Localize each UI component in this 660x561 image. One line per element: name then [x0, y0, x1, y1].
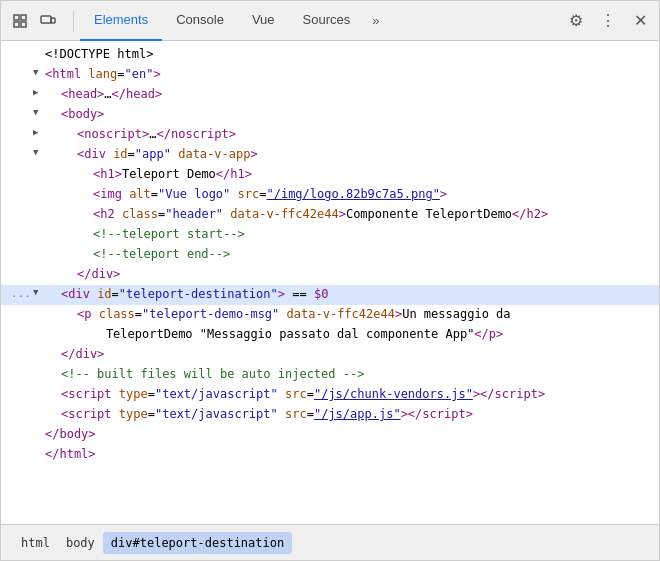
code-line: </div>	[1, 265, 659, 285]
line-content: <body>	[45, 105, 651, 124]
tab-elements[interactable]: Elements	[80, 1, 162, 41]
expand-arrow[interactable]: ▼	[33, 145, 45, 159]
expand-arrow	[33, 165, 45, 179]
tab-vue[interactable]: Vue	[238, 1, 289, 41]
code-line: </html>	[1, 445, 659, 465]
svg-rect-4	[41, 16, 51, 23]
breadcrumb-item[interactable]: body	[58, 532, 103, 554]
toolbar-divider	[73, 10, 74, 32]
code-line: </body>	[1, 425, 659, 445]
expand-arrow	[33, 205, 45, 219]
code-line: <script type="text/javascript" src="/js/…	[1, 405, 659, 425]
line-content: <p class="teleport-demo-msg" data-v-ffc4…	[45, 305, 651, 324]
expand-arrow	[33, 445, 45, 459]
code-line: <!DOCTYPE html>	[1, 45, 659, 65]
toolbar: Elements Console Vue Sources » ⚙ ⋮ ✕	[1, 1, 659, 41]
code-line: ▶<noscript>…</noscript>	[1, 125, 659, 145]
line-content: <h2 class="header" data-v-ffc42e44>Compo…	[45, 205, 651, 224]
expand-arrow	[33, 405, 45, 419]
svg-rect-1	[21, 15, 26, 20]
expand-arrow	[33, 305, 45, 319]
line-content: <!--teleport end-->	[45, 245, 651, 264]
tab-more-button[interactable]: »	[364, 1, 387, 41]
line-content: </div>	[45, 345, 651, 364]
line-content: </body>	[45, 425, 651, 444]
expand-arrow	[33, 385, 45, 399]
line-content: <!--teleport start-->	[45, 225, 651, 244]
svg-rect-5	[51, 18, 55, 23]
svg-rect-0	[14, 15, 19, 20]
code-line: <!--teleport start-->	[1, 225, 659, 245]
code-line: <h2 class="header" data-v-ffc42e44>Compo…	[1, 205, 659, 225]
tab-sources[interactable]: Sources	[289, 1, 365, 41]
code-line: <p class="teleport-demo-msg" data-v-ffc4…	[1, 305, 659, 325]
tabs: Elements Console Vue Sources »	[80, 1, 565, 41]
expand-arrow[interactable]: ▼	[33, 65, 45, 79]
line-content: <img alt="Vue logo" src="/img/logo.82b9c…	[45, 185, 651, 204]
line-content: <!-- built files will be auto injected -…	[45, 365, 651, 384]
responsive-mode-button[interactable]	[37, 10, 59, 32]
inspect-element-button[interactable]	[9, 10, 31, 32]
line-content: <div id="teleport-destination"> == $0	[45, 285, 651, 304]
expand-arrow	[33, 365, 45, 379]
code-line: <!-- built files will be auto injected -…	[1, 365, 659, 385]
tab-console[interactable]: Console	[162, 1, 238, 41]
code-line: </div>	[1, 345, 659, 365]
expand-arrow	[33, 185, 45, 199]
expand-arrow	[33, 245, 45, 259]
expand-arrow[interactable]: ▼	[33, 105, 45, 119]
line-content: <html lang="en">	[45, 65, 651, 84]
breadcrumb-item[interactable]: div#teleport-destination	[103, 532, 292, 554]
code-line: <script type="text/javascript" src="/js/…	[1, 385, 659, 405]
line-content: </div>	[45, 265, 651, 284]
code-line: TeleportDemo "Messaggio passato dal comp…	[1, 325, 659, 345]
expand-arrow	[33, 225, 45, 239]
line-content: </html>	[45, 445, 651, 464]
code-line: ▼<body>	[1, 105, 659, 125]
breadcrumb-bar: htmlbodydiv#teleport-destination	[1, 524, 659, 560]
code-line: <img alt="Vue logo" src="/img/logo.82b9c…	[1, 185, 659, 205]
code-area: <!DOCTYPE html>▼<html lang="en">▶<head>……	[1, 41, 659, 524]
svg-rect-3	[21, 22, 26, 27]
code-line: ▶<head>…</head>	[1, 85, 659, 105]
toolbar-icon-group	[9, 10, 59, 32]
expand-arrow	[33, 45, 45, 59]
line-content: <noscript>…</noscript>	[45, 125, 651, 144]
expand-arrow[interactable]: ▼	[33, 285, 45, 299]
code-line: <h1>Teleport Demo</h1>	[1, 165, 659, 185]
toolbar-right: ⚙ ⋮ ✕	[565, 10, 651, 32]
expand-arrow[interactable]: ▶	[33, 85, 45, 99]
breadcrumb-item[interactable]: html	[13, 532, 58, 554]
settings-button[interactable]: ⚙	[565, 10, 587, 32]
line-content: <script type="text/javascript" src="/js/…	[45, 405, 651, 424]
line-content: <h1>Teleport Demo</h1>	[45, 165, 651, 184]
more-options-button[interactable]: ⋮	[597, 10, 619, 32]
expand-arrow[interactable]: ▶	[33, 125, 45, 139]
line-content: <script type="text/javascript" src="/js/…	[45, 385, 651, 404]
close-button[interactable]: ✕	[629, 10, 651, 32]
code-line: ▼<div id="app" data-v-app>	[1, 145, 659, 165]
code-line: ...▼<div id="teleport-destination"> == $…	[1, 285, 659, 305]
line-content: <div id="app" data-v-app>	[45, 145, 651, 164]
line-content: <!DOCTYPE html>	[45, 45, 651, 64]
expand-arrow	[33, 265, 45, 279]
expand-arrow	[33, 325, 45, 339]
line-dots: ...	[9, 285, 33, 303]
code-line: ▼<html lang="en">	[1, 65, 659, 85]
expand-arrow	[33, 345, 45, 359]
expand-arrow	[33, 425, 45, 439]
line-content: <head>…</head>	[45, 85, 651, 104]
svg-rect-2	[14, 22, 19, 27]
line-content: TeleportDemo "Messaggio passato dal comp…	[45, 325, 651, 344]
code-line: <!--teleport end-->	[1, 245, 659, 265]
